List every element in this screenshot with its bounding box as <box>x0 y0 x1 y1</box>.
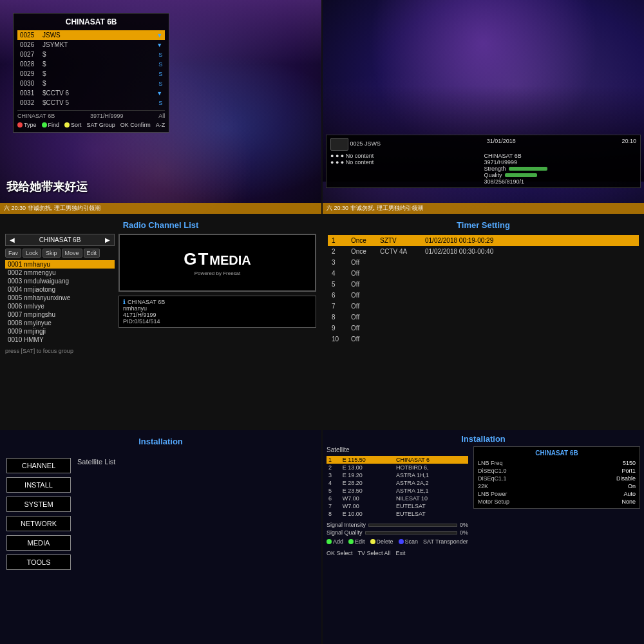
strength-bar: Strength <box>484 166 637 172</box>
radio-channel-list: 0001 nmhanyu0002 nmmengyu0003 nmdulwaigu… <box>5 260 115 344</box>
radio-channel-row[interactable]: 0008 nmyinyue <box>5 319 115 327</box>
arrow-right-icon: ▶ <box>105 236 110 243</box>
radio-satellite-title: ◀ CHINASAT 6B ▶ <box>5 234 115 246</box>
signal-quality-bar <box>365 531 457 535</box>
tv-icon <box>330 138 348 151</box>
timer-row[interactable]: 2OnceCCTV 4A01/02/2018 00:30-00:40 <box>328 246 639 257</box>
install-btn-install[interactable]: INSTALL <box>6 477 71 493</box>
satellite-row[interactable]: 2E 13.00HOTBIRD 6, <box>327 464 468 471</box>
channel-row: 0032$CCTV 5S <box>17 98 165 108</box>
channel-list-title: CHINASAT 6B <box>17 17 165 26</box>
logo-subtitle: Powered by Freesat <box>184 270 251 276</box>
satellite-row[interactable]: 6W7.00NILESAT 10 <box>327 495 468 502</box>
show-signal-right: CHINASAT 6B 3971/H/9999 Strength Quality… <box>484 153 637 185</box>
channel-row: 0025JSWS▼ <box>17 30 165 40</box>
red-dot <box>17 122 23 128</box>
install-title: Installation <box>6 437 315 446</box>
gtmedia-logo-box: GTMEDIA Powered by Freesat <box>118 234 316 292</box>
timer-row[interactable]: 3Off <box>328 257 639 268</box>
sat-settings-list: LNB Freq5150DiSEqC1.0Port1DiSEqC1.1Disab… <box>478 459 636 506</box>
nav-edit[interactable]: Edit <box>84 249 100 258</box>
green-dot-edit <box>348 539 354 544</box>
timer-rows: 1OnceSZTV01/02/2018 00:19-00:292OnceCCTV… <box>328 235 639 345</box>
radio-channel-row[interactable]: 0005 nmhanyunxinwe <box>5 294 115 302</box>
yellow-dot-delete <box>370 539 375 544</box>
legend-type: Type <box>17 122 37 128</box>
show-info-bar: 0025 JSWS 31/01/2018 20:10 ● ● ● No cont… <box>326 135 641 188</box>
satellite-row[interactable]: 4E 28.20ASTRA 2A,2 <box>327 479 468 487</box>
radio-channel-row[interactable]: 0006 nmlvye <box>5 302 115 310</box>
sat-install-title: Installation <box>327 434 640 444</box>
legend-confirm: OK Confirm <box>120 122 151 128</box>
satellite-list-label: Satellite List <box>77 458 315 466</box>
radio-channel-row[interactable]: 0001 nmhanyu <box>5 260 115 269</box>
install-btn-tools[interactable]: TOOLS <box>6 554 71 570</box>
nav-fav[interactable]: Fav <box>5 249 21 258</box>
ticker-bar-2: 六 20:30 非诚勿扰, 理工男独约引领潮 <box>323 203 644 214</box>
radio-left-panel: ◀ CHINASAT 6B ▶ Fav Lock Skip Move Edit … <box>5 234 115 354</box>
press-hint: press [SAT] to focus group <box>5 348 115 354</box>
sat-setting-row: DiSEqC1.0Port1 <box>478 467 636 475</box>
nav-skip[interactable]: Skip <box>43 249 61 258</box>
sat-setting-row: Motor SetupNone <box>478 498 636 506</box>
radio-info-box: ℹCHINASAT 6B nmhanyu 4171/H/9199 PID:0/5… <box>118 296 316 328</box>
satellite-row[interactable]: 5E 23.50ASTRA 1E,1 <box>327 487 468 495</box>
radio-channel-row[interactable]: 0009 nmjingji <box>5 327 115 336</box>
green-dot-add <box>327 539 332 544</box>
sat-label: Satellite <box>327 446 350 453</box>
sat-content: Satellite 1E 115.50CHINASAT 62E 13.00HOT… <box>327 446 640 556</box>
radio-channel-row[interactable]: 0004 nmjiaotong <box>5 285 115 294</box>
timer-row[interactable]: 10Off <box>328 334 639 345</box>
radio-channel-row[interactable]: 0007 nmpingshu <box>5 310 115 319</box>
radio-nav-buttons: Fav Lock Skip Move Edit <box>5 249 115 258</box>
timer-row[interactable]: 8Off <box>328 312 639 323</box>
install-btn-channel[interactable]: CHANNEL <box>6 458 71 473</box>
sat-setting-row: DiSEqC1.1Disable <box>478 475 636 482</box>
satellite-row[interactable]: 7W7.00EUTELSAT <box>327 502 468 510</box>
legend-find: Find <box>42 122 60 128</box>
satellite-table: 1E 115.50CHINASAT 62E 13.00HOTBIRD 6,3E … <box>327 456 468 518</box>
timer-row[interactable]: 4Off <box>328 268 639 279</box>
sat-settings-title: CHINASAT 6B <box>478 450 636 457</box>
signal-intensity-row: Signal Intensity 0% <box>327 522 468 528</box>
sat-setting-row: 22KOn <box>478 482 636 490</box>
channel-footer: CHINASAT 6B 3971/H/9999 All <box>17 110 165 119</box>
install-btn-system[interactable]: SYSTEM <box>6 497 71 512</box>
main-grid: CHINASAT 6B 0025JSWS▼0026JSYMKT▼0027$S00… <box>0 0 644 644</box>
radio-channel-row[interactable]: 0002 nmmengyu <box>5 269 115 277</box>
legend-sort: Sort <box>64 122 82 128</box>
satellite-row[interactable]: 3E 19.20ASTRA 1H,1 <box>327 471 468 479</box>
radio-channel-row[interactable]: 0003 nmdulwaiguang <box>5 277 115 285</box>
satellite-row[interactable]: 1E 115.50CHINASAT 6 <box>327 456 468 464</box>
channel-list-overlay: CHINASAT 6B 0025JSWS▼0026JSYMKT▼0027$S00… <box>13 13 169 133</box>
install-content: CHANNELINSTALLSYSTEMNETWORKMEDIATOOLS Sa… <box>6 451 315 570</box>
satellite-list-section: Satellite List <box>77 451 315 570</box>
radio-content: ◀ CHINASAT 6B ▶ Fav Lock Skip Move Edit … <box>5 234 316 354</box>
nav-move[interactable]: Move <box>62 249 82 258</box>
install-btn-network[interactable]: NETWORK <box>6 516 71 531</box>
legend-row: Type Find Sort SAT Group OK Confirm A- <box>17 122 165 128</box>
install-btn-media[interactable]: MEDIA <box>6 535 71 551</box>
timer-row[interactable]: 9Off <box>328 323 639 334</box>
radio-channel-row[interactable]: 0010 HMMY <box>5 336 115 344</box>
signal-section: Signal Intensity 0% Signal Quality 0% <box>327 522 468 536</box>
nav-lock[interactable]: Lock <box>23 249 41 258</box>
timer-row[interactable]: 6Off <box>328 290 639 301</box>
legend-az: A-Z <box>156 122 166 128</box>
show-date: 31/01/2018 <box>487 138 516 151</box>
show-channel-num: 0025 JSWS <box>330 138 381 151</box>
channel-row: 0030$S <box>17 79 165 88</box>
quality-bar: Quality <box>484 172 637 178</box>
arrow-left-icon: ◀ <box>10 236 15 243</box>
timer-row[interactable]: 7Off <box>328 301 639 312</box>
strength-fill <box>509 167 547 171</box>
gtmedia-logo: GTMEDIA Powered by Freesat <box>184 249 251 276</box>
channel-row: 0029$S <box>17 69 165 79</box>
timer-row[interactable]: 5Off <box>328 279 639 290</box>
channel-row: 0027$S <box>17 50 165 59</box>
sat-legend: Add Edit Delete Scan SAT <box>327 538 468 556</box>
yellow-dot <box>64 122 70 128</box>
satellite-row[interactable]: 8E 10.00EUTELSAT <box>327 510 468 518</box>
timer-row[interactable]: 1OnceSZTV01/02/2018 00:19-00:29 <box>328 235 639 246</box>
channel-row: 0031$CCTV 6▼ <box>17 88 165 98</box>
